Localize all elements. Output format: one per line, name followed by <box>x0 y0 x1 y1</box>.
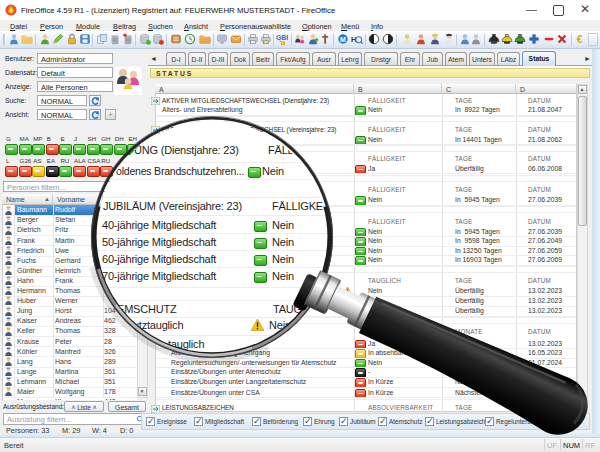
svg-text:€: € <box>577 34 583 45</box>
svg-text:M: M <box>340 36 346 43</box>
svg-text:GBP: GBP <box>276 34 288 41</box>
